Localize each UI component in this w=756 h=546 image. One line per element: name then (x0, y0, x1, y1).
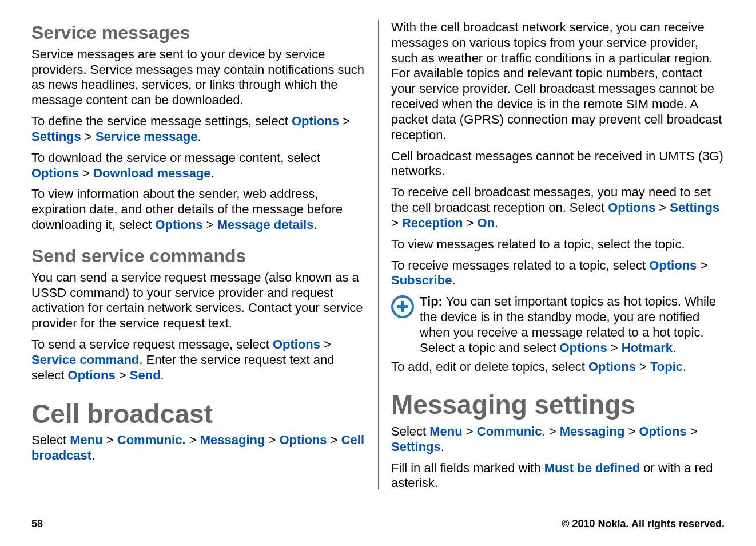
separator: > (327, 433, 341, 447)
separator: > (624, 424, 639, 438)
copyright: © 2010 Nokia. All rights reserved. (562, 518, 725, 530)
heading-messaging-settings: Messaging settings (391, 390, 725, 420)
separator: > (697, 258, 707, 272)
separator: > (607, 341, 622, 355)
separator: > (203, 217, 217, 232)
link-options[interactable]: Options (588, 359, 636, 374)
link-options[interactable]: Options (292, 114, 339, 128)
link-options[interactable]: Options (649, 258, 697, 272)
link-subscribe[interactable]: Subscribe (391, 273, 452, 287)
para-download-content: To download the service or message conte… (31, 151, 368, 181)
heading-cell-broadcast: Cell broadcast (31, 399, 368, 429)
link-download-message[interactable]: Download message (93, 166, 210, 180)
para-view-info: To view information about the sender, we… (31, 187, 368, 232)
text: Select (391, 424, 429, 438)
page-number: 58 (31, 518, 43, 530)
separator: > (463, 216, 477, 230)
plus-icon (391, 295, 414, 318)
text: To receive messages related to a topic, … (391, 258, 649, 272)
text: To define the service message settings, … (31, 114, 292, 128)
separator: > (339, 114, 350, 128)
para-send-service-request: To send a service request message, selec… (31, 337, 368, 383)
separator: > (103, 433, 117, 447)
text: To send a service request message, selec… (31, 337, 273, 351)
link-reception[interactable]: Reception (402, 216, 463, 230)
para-service-messages-intro: Service messages are sent to your device… (31, 47, 368, 108)
link-options[interactable]: Options (68, 368, 116, 382)
link-messaging[interactable]: Messaging (200, 433, 265, 447)
text: Select (31, 433, 70, 447)
separator: > (81, 129, 96, 144)
text: To download the service or message conte… (31, 151, 320, 165)
link-options[interactable]: Options (608, 200, 655, 215)
page-footer: 58 © 2010 Nokia. All rights reserved. (31, 518, 725, 530)
link-messaging[interactable]: Messaging (560, 424, 625, 438)
separator: > (79, 166, 93, 180)
text: Fill in all fields marked with (391, 461, 544, 475)
link-service-message[interactable]: Service message (96, 129, 198, 144)
link-message-details[interactable]: Message details (217, 217, 314, 232)
heading-service-messages: Service messages (31, 22, 368, 43)
link-options[interactable]: Options (273, 337, 320, 351)
page-columns: Service messages Service messages are se… (31, 20, 725, 489)
link-options[interactable]: Options (639, 424, 686, 438)
link-send[interactable]: Send (130, 368, 161, 382)
para-messaging-settings-path: Select Menu > Communic. > Messaging > Op… (391, 424, 725, 455)
link-menu[interactable]: Menu (70, 433, 102, 447)
link-menu[interactable]: Menu (429, 424, 462, 438)
link-settings[interactable]: Settings (670, 200, 719, 215)
separator: > (391, 216, 402, 230)
link-options[interactable]: Options (155, 217, 202, 232)
link-on[interactable]: On (477, 216, 495, 230)
link-settings[interactable]: Settings (31, 129, 81, 144)
link-settings[interactable]: Settings (391, 440, 441, 454)
tip-label: Tip: (420, 294, 443, 308)
separator: > (687, 424, 698, 438)
separator: > (186, 433, 200, 447)
link-options[interactable]: Options (31, 166, 79, 180)
right-column: With the cell broadcast network service,… (378, 20, 725, 489)
separator: > (265, 433, 279, 447)
link-hotmark[interactable]: Hotmark (622, 341, 673, 355)
separator: > (116, 368, 130, 382)
link-options[interactable]: Options (560, 341, 607, 355)
para-umts-note: Cell broadcast messages cannot be receiv… (391, 149, 725, 180)
separator: > (463, 424, 477, 438)
para-define-settings: To define the service message settings, … (31, 114, 368, 145)
tip-text: Tip: You can set important topics as hot… (420, 294, 725, 355)
link-service-command[interactable]: Service command (31, 353, 139, 367)
link-communic[interactable]: Communic. (477, 424, 546, 438)
text: To add, edit or delete topics, select (391, 359, 588, 374)
para-subscribe: To receive messages related to a topic, … (391, 258, 725, 289)
link-communic[interactable]: Communic. (117, 433, 186, 447)
para-ussd-intro: You can send a service request message (… (31, 270, 368, 331)
para-must-be-defined: Fill in all fields marked with Must be d… (391, 461, 725, 489)
separator: > (320, 337, 331, 351)
link-options[interactable]: Options (279, 433, 327, 447)
link-must-be-defined: Must be defined (544, 461, 640, 475)
tip-block: Tip: You can set important topics as hot… (391, 294, 725, 355)
heading-send-service-commands: Send service commands (31, 246, 368, 267)
para-cell-broadcast-path: Select Menu > Communic. > Messaging > Op… (31, 433, 368, 464)
separator: > (546, 424, 560, 438)
para-edit-topics: To add, edit or delete topics, select Op… (391, 359, 725, 375)
separator: > (655, 200, 670, 215)
separator: > (636, 359, 650, 374)
link-topic[interactable]: Topic (650, 359, 683, 374)
para-cell-broadcast-intro: With the cell broadcast network service,… (391, 20, 725, 143)
para-reception-on: To receive cell broadcast messages, you … (391, 185, 725, 231)
para-view-topic: To view messages related to a topic, sel… (391, 237, 725, 252)
left-column: Service messages Service messages are se… (31, 20, 378, 489)
